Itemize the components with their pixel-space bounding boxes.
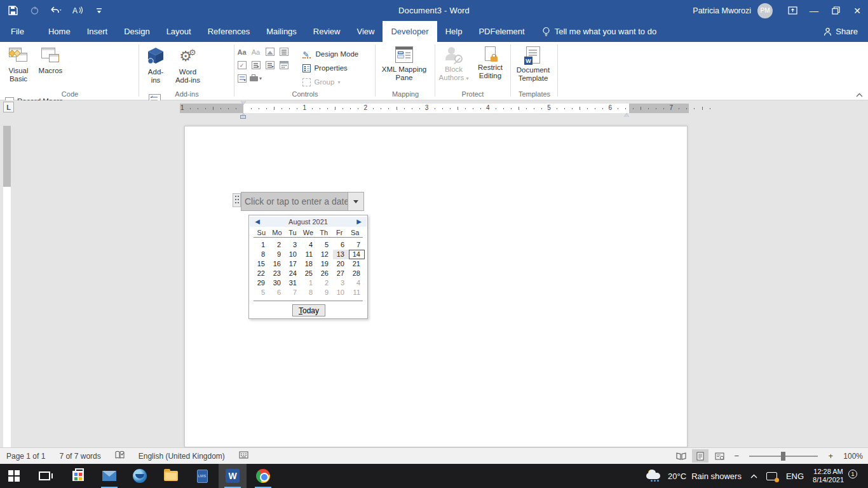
- document-template-button[interactable]: W Document Template: [512, 42, 554, 89]
- calendar-day-cell[interactable]: 13: [333, 250, 349, 259]
- avatar[interactable]: PM: [757, 3, 773, 18]
- macros-button[interactable]: Macros: [36, 42, 65, 89]
- content-control-drag-handle[interactable]: [233, 193, 241, 207]
- zoom-slider-handle[interactable]: [781, 452, 785, 461]
- calendar-day-cell[interactable]: 7: [349, 240, 365, 250]
- picture-control-icon[interactable]: [264, 46, 276, 57]
- calendar-day-cell[interactable]: 12: [317, 250, 333, 259]
- web-layout-button[interactable]: [711, 449, 728, 463]
- zoom-slider[interactable]: [749, 456, 818, 457]
- tab-home[interactable]: Home: [40, 21, 79, 42]
- calendar-day-cell[interactable]: 29: [254, 278, 269, 288]
- calendar-day-cell[interactable]: 16: [269, 259, 285, 269]
- calendar-day-cell[interactable]: 28: [349, 269, 365, 278]
- ribbon-display-options-icon[interactable]: [782, 0, 803, 21]
- calendar-day-cell[interactable]: 17: [285, 259, 301, 269]
- input-language-button[interactable]: ENG: [786, 471, 804, 481]
- tab-layout[interactable]: Layout: [158, 21, 200, 42]
- calendar-day-cell[interactable]: 6: [333, 240, 349, 250]
- calendar-day-cell[interactable]: 7: [285, 288, 301, 297]
- date-picker-field[interactable]: Click or tap to enter a date.: [241, 192, 348, 211]
- calendar-day-cell[interactable]: 24: [285, 269, 301, 278]
- mail-button[interactable]: [95, 464, 123, 488]
- restrict-editing-button[interactable]: Restrict Editing: [473, 42, 506, 89]
- calendar-day-cell[interactable]: 18: [301, 259, 317, 269]
- calendar-day-cell[interactable]: 26: [317, 269, 333, 278]
- calendar-day-cell[interactable]: 1: [254, 240, 269, 250]
- calendar-day-cell[interactable]: 31: [285, 278, 301, 288]
- dropdown-list-control-icon[interactable]: ▾: [264, 60, 276, 71]
- calendar-day-cell[interactable]: 4: [301, 240, 317, 250]
- calendar-day-cell[interactable]: 15: [254, 259, 269, 269]
- language-status[interactable]: English (United Kingdom): [139, 452, 225, 461]
- calendar-day-cell[interactable]: 10: [285, 250, 301, 259]
- calendar-day-cell[interactable]: 8: [254, 250, 269, 259]
- calendar-day-cell[interactable]: 27: [333, 269, 349, 278]
- word-addins-button[interactable]: ⚙⚙ Word Add-ins: [173, 42, 202, 89]
- word-count-status[interactable]: 7 of 7 words: [59, 452, 100, 461]
- tab-view[interactable]: View: [348, 21, 383, 42]
- tab-stop-selector[interactable]: L: [3, 102, 14, 112]
- weather-widget[interactable]: 20°C Rain showers: [646, 470, 742, 482]
- calendar-day-cell[interactable]: 6: [269, 288, 285, 297]
- xml-mapping-pane-button[interactable]: XML Mapping Pane: [376, 42, 432, 89]
- edge-button[interactable]: [126, 464, 154, 488]
- file-explorer-button[interactable]: [157, 464, 185, 488]
- tab-pdfelement[interactable]: PDFelement: [470, 21, 532, 42]
- minimize-button[interactable]: —: [803, 0, 825, 21]
- calendar-day-cell[interactable]: 21: [349, 259, 365, 269]
- proofing-status-icon[interactable]: [115, 451, 125, 461]
- calendar-day-cell[interactable]: 30: [269, 278, 285, 288]
- connect-display-icon[interactable]: [766, 472, 777, 480]
- calendar-day-cell[interactable]: 25: [301, 269, 317, 278]
- calendar-next-month-icon[interactable]: ▶: [355, 217, 363, 226]
- checkbox-control-icon[interactable]: ✓: [236, 60, 248, 71]
- combo-box-control-icon[interactable]: ▾: [250, 60, 262, 71]
- tab-insert[interactable]: Insert: [79, 21, 116, 42]
- lms-app-button[interactable]: LMS: [188, 464, 216, 488]
- properties-button[interactable]: Properties: [302, 61, 358, 75]
- calendar-day-cell[interactable]: 2: [317, 278, 333, 288]
- word-taskbar-button[interactable]: W: [219, 464, 247, 488]
- calendar-day-cell[interactable]: 11: [301, 250, 317, 259]
- zoom-percentage[interactable]: 100%: [843, 452, 863, 461]
- microsoft-store-button[interactable]: [64, 464, 92, 488]
- calendar-day-cell[interactable]: 4: [349, 278, 365, 288]
- calendar-day-cell[interactable]: 22: [254, 269, 269, 278]
- tab-developer[interactable]: Developer: [383, 21, 437, 42]
- calendar-day-cell[interactable]: 2: [269, 240, 285, 250]
- read-mode-button[interactable]: [673, 449, 689, 463]
- document-page[interactable]: Click or tap to enter a date. August 202…: [184, 126, 688, 447]
- calendar-day-cell[interactable]: 19: [317, 259, 333, 269]
- rich-text-control-icon[interactable]: Aa: [236, 46, 248, 57]
- start-button[interactable]: [0, 464, 28, 488]
- close-button[interactable]: ✕: [846, 0, 868, 21]
- show-hidden-icons-button[interactable]: [750, 471, 757, 480]
- building-block-control-icon[interactable]: [278, 46, 290, 57]
- zoom-out-button[interactable]: −: [730, 451, 743, 461]
- calendar-day-cell[interactable]: 5: [317, 240, 333, 250]
- calendar-day-cell[interactable]: 9: [317, 288, 333, 297]
- task-view-button[interactable]: [31, 464, 58, 488]
- share-button[interactable]: Share: [824, 21, 858, 42]
- calendar-day-cell[interactable]: 3: [333, 278, 349, 288]
- design-mode-button[interactable]: ✎ Design Mode: [302, 47, 358, 61]
- repeating-section-control-icon[interactable]: ▾: [236, 73, 248, 84]
- calendar-day-cell[interactable]: 5: [254, 288, 269, 297]
- date-picker-control-icon[interactable]: [278, 60, 290, 71]
- first-line-indent-marker[interactable]: [241, 101, 246, 107]
- account-name[interactable]: Patricia Mworozi: [693, 6, 751, 15]
- vertical-ruler[interactable]: [3, 126, 11, 447]
- zoom-in-button[interactable]: +: [824, 451, 837, 461]
- right-indent-marker[interactable]: [624, 111, 629, 117]
- chrome-button[interactable]: [249, 464, 277, 488]
- horizontal-ruler[interactable]: 11234567: [180, 104, 689, 113]
- calendar-day-cell[interactable]: 14: [349, 250, 365, 259]
- plain-text-control-icon[interactable]: Aa: [250, 46, 262, 57]
- tab-help[interactable]: Help: [437, 21, 471, 42]
- calendar-day-cell[interactable]: 1: [301, 278, 317, 288]
- legacy-tools-icon[interactable]: ▾: [250, 73, 262, 84]
- tab-mailings[interactable]: Mailings: [258, 21, 305, 42]
- calendar-day-cell[interactable]: 3: [285, 240, 301, 250]
- tab-design[interactable]: Design: [116, 21, 158, 42]
